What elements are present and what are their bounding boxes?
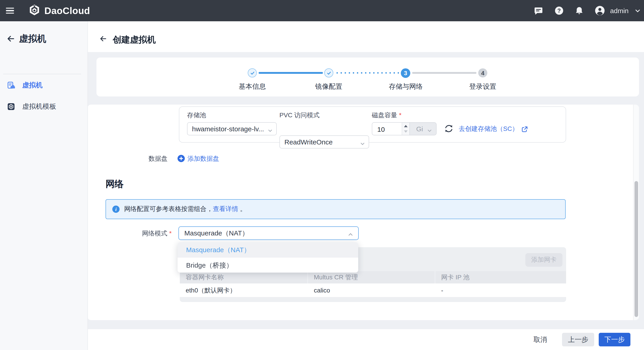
storage-pool-label: 存储池 [187,110,206,120]
col-nic-name: 容器网卡名称 [180,271,308,284]
stepper-connector [335,72,400,74]
message-icon[interactable] [534,6,544,16]
option-masquerade[interactable]: Masquerade（NAT） [178,242,358,258]
chevron-up-icon [348,231,353,238]
daocloud-logo-icon [28,4,40,18]
scrollbar-thumb[interactable] [634,181,638,317]
number-spinner [402,123,410,135]
stepper: 3 4 基本信息 镜像配置 存储与网络 登录设置 [96,58,639,96]
cell-ip-pool: - [435,284,566,297]
brand: DaoCloud [28,4,90,17]
cell-nic-name: eth0（默认网卡） [180,284,308,297]
chevron-down-icon [635,8,640,13]
step-4-label: 登录设置 [456,82,510,91]
user-menu[interactable]: admin [595,6,640,16]
chevron-down-icon [427,126,432,134]
external-link-icon [522,126,528,132]
sidebar-item-label: 虚拟机模板 [22,102,56,111]
step-1-label: 基本信息 [225,82,280,91]
wizard-footer: 取消 上一步 下一步 [88,329,644,350]
pvc-access-mode-label: PVC 访问模式 [280,110,320,120]
nic-table: 容器网卡名称 Multus CR 管理 网卡 IP 池 eth0（默认网卡） c… [180,271,566,297]
col-multus-cr: Multus CR 管理 [308,271,435,284]
disk-capacity-input[interactable] [376,123,402,136]
info-icon: i [112,206,120,213]
svg-text:?: ? [557,8,561,14]
scrollbar-track[interactable] [633,104,639,320]
sidebar-item-label: 虚拟机 [22,81,42,90]
network-mode-label: 网络模式* [88,226,172,240]
network-mode-dropdown: Masquerade（NAT） Bridge（桥接） [178,242,358,272]
banner-text: 网络配置可参考表格按需组合，查看详情 。 [124,205,246,213]
step-2-label: 镜像配置 [302,82,356,91]
disk-capacity-label: 磁盘容量* [372,110,402,120]
step-1-done-icon [248,68,257,78]
app-root: DaoCloud ? admin 虚拟机 [0,0,644,350]
username: admin [610,7,628,14]
sidebar-item-vm-template[interactable]: 虚拟机模板 [0,100,88,112]
nic-table-header: 容器网卡名称 Multus CR 管理 网卡 IP 池 [180,271,566,284]
menu-toggle-icon[interactable] [6,8,14,14]
add-circle-icon[interactable] [178,155,185,162]
data-disk-label: 数据盘 [88,152,168,165]
option-bridge[interactable]: Bridge（桥接） [178,258,358,272]
capacity-unit-select[interactable]: Gi [410,122,436,136]
sidebar-divider [3,74,81,74]
page-title: 创建虚拟机 [113,34,156,46]
form-panel: 存储池 PVC 访问模式 磁盘容量* hwameistor-storage-lv… [88,104,639,320]
step-2-done-icon [324,68,333,78]
create-storage-pool-link[interactable]: 去创建存储池（SC） [459,122,528,136]
page-header: 创建虚拟机 [88,21,644,52]
chevron-down-icon [268,126,273,134]
cell-multus-cr: calico [308,284,435,297]
sidebar-back-icon[interactable] [6,34,15,43]
system-disk-card: 存储池 PVC 访问模式 磁盘容量* hwameistor-storage-lv… [179,106,566,143]
spinner-down-icon[interactable] [404,130,408,133]
add-nic-button[interactable]: 添加网卡 [525,253,562,267]
stepper-connector [412,72,476,74]
refresh-icon[interactable] [444,124,453,133]
step-3-current: 3 [401,68,410,78]
network-section-title: 网络 [106,178,124,190]
vm-template-icon [7,102,15,110]
notifications-bell-icon[interactable] [574,6,584,16]
step-3-label: 存储与网络 [378,82,433,91]
add-data-disk-link[interactable]: 添加数据盘 [188,152,219,165]
network-info-banner: i 网络配置可参考表格按需组合，查看详情 。 [106,199,566,219]
sidebar-item-vm[interactable]: 虚拟机 [0,79,88,91]
avatar [595,6,605,16]
help-icon[interactable]: ? [554,6,564,16]
vm-icon [7,81,15,89]
step-4-upcoming: 4 [478,68,487,78]
spinner-up-icon[interactable] [404,125,408,127]
stepper-card: 3 4 基本信息 镜像配置 存储与网络 登录设置 [96,58,639,96]
sidebar: 虚拟机 虚拟机 虚拟机模板 [0,21,88,350]
storage-pool-select[interactable]: hwameistor-storage-lv... [187,122,277,136]
pvc-access-mode-select[interactable]: ReadWriteOnce [280,136,369,148]
col-ip-pool: 网卡 IP 池 [435,271,566,284]
topbar: DaoCloud ? admin [0,0,644,21]
brand-name: DaoCloud [44,5,90,16]
network-mode-select[interactable]: Masquerade（NAT） [178,226,359,240]
next-step-button[interactable]: 下一步 [599,333,630,346]
prev-step-button[interactable]: 上一步 [562,333,594,346]
disk-capacity-input-wrap [372,122,410,136]
chevron-down-icon [360,140,365,148]
cancel-button[interactable]: 取消 [531,335,550,344]
table-row: eth0（默认网卡） calico - [180,284,566,297]
view-details-link[interactable]: 查看详情 [213,205,238,212]
data-disk-row: 数据盘 添加数据盘 [88,152,404,165]
sidebar-title: 虚拟机 [19,32,46,44]
page-back-icon[interactable] [99,35,107,42]
stepper-connector [258,72,323,74]
